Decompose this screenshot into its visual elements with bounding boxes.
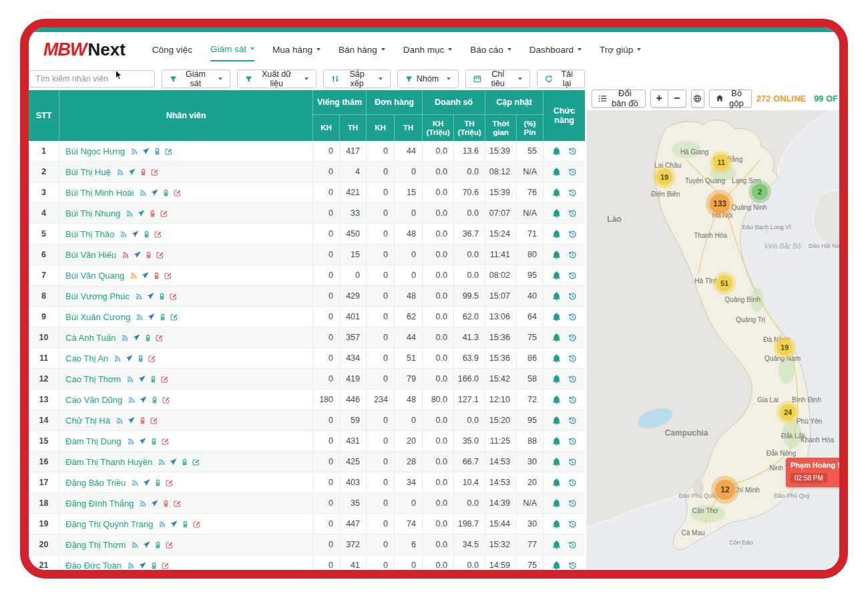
battery-icon[interactable] <box>154 148 161 155</box>
send-icon[interactable] <box>126 355 133 362</box>
bell-icon[interactable] <box>552 251 561 259</box>
battery-icon[interactable] <box>145 251 152 259</box>
edit-icon[interactable] <box>192 458 200 466</box>
edit-icon[interactable] <box>166 541 173 549</box>
history-icon[interactable] <box>568 561 577 570</box>
rss-icon[interactable] <box>114 355 122 362</box>
send-icon[interactable] <box>151 189 158 196</box>
rss-icon[interactable] <box>132 479 139 486</box>
battery-icon[interactable] <box>150 438 158 445</box>
edit-icon[interactable] <box>160 210 168 217</box>
edit-icon[interactable] <box>166 479 173 486</box>
toolbar-button[interactable]: Giám sát <box>162 69 230 88</box>
zoom-in-button[interactable]: + <box>650 90 668 108</box>
battery-icon[interactable] <box>153 272 160 279</box>
nav-item[interactable]: Giám sát <box>210 38 254 61</box>
col-header-stt[interactable]: STT <box>29 90 59 141</box>
bell-icon[interactable] <box>552 333 561 342</box>
cluster-marker[interactable]: 12 <box>715 480 735 500</box>
send-icon[interactable] <box>138 210 145 217</box>
bell-icon[interactable] <box>552 354 561 363</box>
col-header-sub[interactable]: KH <box>367 115 395 141</box>
employee-name-link[interactable]: Đặng Bảo Triều <box>65 478 126 488</box>
cluster-marker[interactable]: 11 <box>713 154 729 170</box>
battery-icon[interactable] <box>139 417 146 424</box>
history-icon[interactable] <box>568 396 577 404</box>
rss-icon[interactable] <box>128 562 135 569</box>
edit-icon[interactable] <box>162 396 170 404</box>
employee-name-link[interactable]: Đàm Thị Dung <box>65 436 122 446</box>
employee-name-link[interactable]: Bùi Thị Nhung <box>65 208 120 218</box>
battery-icon[interactable] <box>137 355 144 362</box>
toolbar-button[interactable]: Nhóm <box>397 69 459 88</box>
rss-icon[interactable] <box>132 541 139 549</box>
battery-icon[interactable] <box>182 520 189 528</box>
history-icon[interactable] <box>568 375 577 384</box>
battery-icon[interactable] <box>143 231 150 238</box>
filter-icon[interactable] <box>405 76 413 83</box>
sort-icon[interactable] <box>331 75 339 83</box>
history-icon[interactable] <box>568 313 577 321</box>
bell-icon[interactable] <box>552 147 561 156</box>
rss-icon[interactable] <box>136 293 143 300</box>
toolbar-button[interactable]: Tải lại <box>537 69 585 88</box>
edit-icon[interactable] <box>170 293 177 300</box>
app-logo[interactable]: MBW Next <box>43 39 126 60</box>
employee-name-link[interactable]: Đặng Đình Thắng <box>65 498 134 508</box>
bell-icon[interactable] <box>552 520 561 529</box>
bell-icon[interactable] <box>552 375 561 384</box>
history-icon[interactable] <box>568 230 577 239</box>
employee-name-link[interactable]: Bùi Thị Thảo <box>65 229 114 239</box>
history-icon[interactable] <box>568 271 577 280</box>
history-icon[interactable] <box>568 147 577 156</box>
history-icon[interactable] <box>568 416 577 425</box>
bell-icon[interactable] <box>552 437 561 446</box>
rss-icon[interactable] <box>131 148 138 155</box>
nav-item[interactable]: Mua hàng <box>272 39 320 61</box>
employee-name-link[interactable]: Bùi Văn Quang <box>65 271 124 281</box>
filter-icon[interactable] <box>245 76 252 83</box>
edit-icon[interactable] <box>156 251 164 259</box>
bell-icon[interactable] <box>552 271 561 280</box>
rss-icon[interactable] <box>130 272 138 279</box>
bell-icon[interactable] <box>552 230 561 239</box>
rss-icon[interactable] <box>122 334 129 341</box>
employee-name-link[interactable]: Đặng Thị Quỳnh Trang <box>65 519 153 529</box>
bell-icon[interactable] <box>552 416 561 425</box>
send-icon[interactable] <box>139 438 146 445</box>
edit-icon[interactable] <box>165 148 172 155</box>
cluster-marker[interactable]: 51 <box>716 275 732 291</box>
search-input[interactable] <box>29 70 155 88</box>
bell-icon[interactable] <box>552 313 561 321</box>
send-icon[interactable] <box>134 251 141 259</box>
send-icon[interactable] <box>142 272 149 279</box>
history-icon[interactable] <box>568 354 577 363</box>
col-header-sub[interactable]: TH (Triệu) <box>454 115 485 141</box>
history-icon[interactable] <box>568 168 577 176</box>
nav-item[interactable]: Bán hàng <box>339 39 385 61</box>
zoom-out-button[interactable]: − <box>668 90 686 108</box>
send-icon[interactable] <box>133 334 140 341</box>
rss-icon[interactable] <box>127 376 134 383</box>
employee-name-link[interactable]: Cao Thị An <box>65 353 108 363</box>
calendar-icon[interactable] <box>473 75 481 83</box>
rss-icon[interactable] <box>120 231 128 238</box>
employee-name-link[interactable]: Bùi Văn Hiếu <box>65 250 116 260</box>
battery-icon[interactable] <box>159 313 166 321</box>
bell-icon[interactable] <box>552 396 561 404</box>
history-icon[interactable] <box>568 458 577 466</box>
battery-icon[interactable] <box>154 479 162 486</box>
edit-icon[interactable] <box>164 272 172 279</box>
rss-icon[interactable] <box>136 313 144 321</box>
employee-name-link[interactable]: Bùi Vương Phúc <box>65 291 130 301</box>
history-icon[interactable] <box>568 437 577 446</box>
edit-icon[interactable] <box>156 334 163 341</box>
history-icon[interactable] <box>568 478 577 487</box>
send-icon[interactable] <box>128 417 135 424</box>
ungroup-button[interactable]: Bỏ gộp <box>709 90 752 108</box>
rss-icon[interactable] <box>128 438 135 445</box>
send-icon[interactable] <box>147 293 154 300</box>
toolbar-button[interactable]: Xuất dữ liệu <box>237 69 316 88</box>
employee-name-link[interactable]: Đặng Thị Thơm <box>65 540 126 550</box>
send-icon[interactable] <box>138 376 146 383</box>
